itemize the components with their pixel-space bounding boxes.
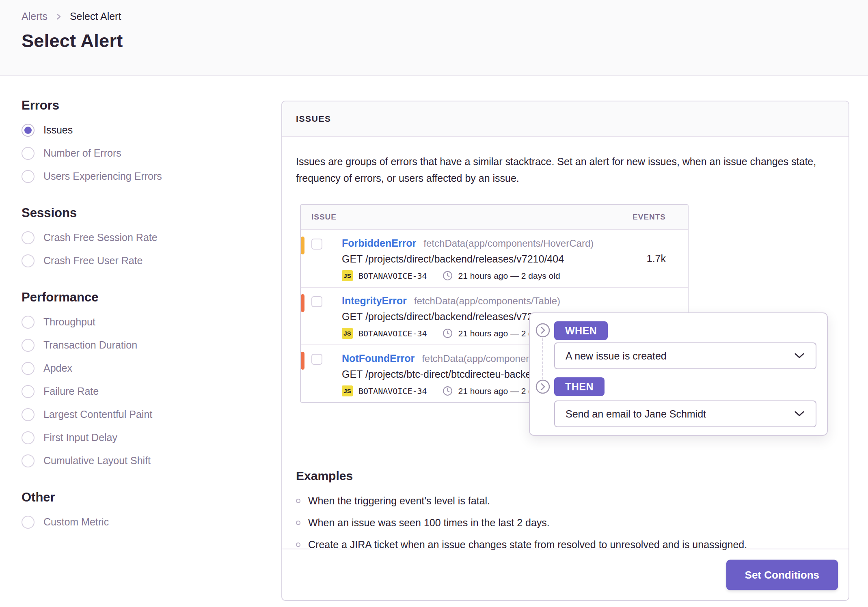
clock-icon: [443, 271, 453, 281]
option-label: Failure Rate: [43, 385, 99, 397]
radio-icon[interactable]: [22, 516, 35, 529]
then-action-select[interactable]: Send an email to Jane Schmidt: [554, 400, 816, 427]
breadcrumb-current: Select Alert: [70, 11, 121, 22]
issue-level-indicator: [301, 352, 304, 370]
group-title-errors: Errors: [22, 98, 265, 113]
page-title: Select Alert: [22, 30, 868, 52]
page-header: Alerts Select Alert Select Alert: [0, 0, 868, 76]
sidebar-item-failure-rate[interactable]: Failure Rate: [22, 380, 265, 403]
option-label: Cumulative Layout Shift: [43, 455, 151, 467]
nav-group-sessions: Sessions Crash Free Session Rate Crash F…: [22, 206, 265, 272]
option-label: Number of Errors: [43, 147, 121, 159]
panel-description: Issues are groups of errors that have a …: [296, 153, 835, 186]
sidebar-item-number-of-errors[interactable]: Number of Errors: [22, 142, 265, 165]
alert-type-sidebar: Errors Issues Number of Errors Users Exp…: [22, 98, 265, 551]
when-badge: WHEN: [554, 321, 608, 340]
panel-header: ISSUES: [282, 101, 849, 137]
radio-icon[interactable]: [22, 362, 35, 375]
issue-checkbox[interactable]: [311, 354, 322, 365]
sidebar-item-crash-free-session-rate[interactable]: Crash Free Session Rate: [22, 226, 265, 249]
when-condition-value: A new issue is created: [566, 350, 667, 362]
sidebar-item-crash-free-user-rate[interactable]: Crash Free User Rate: [22, 249, 265, 272]
option-label: Throughput: [43, 316, 95, 328]
project-slug: BOTANAVOICE-34: [358, 386, 427, 396]
then-action-value: Send an email to Jane Schmidt: [566, 408, 706, 420]
dashed-connector-line: [542, 338, 543, 379]
sidebar-item-cumulative-layout-shift[interactable]: Cumulative Layout Shift: [22, 449, 265, 472]
column-header-issue: ISSUE: [311, 213, 337, 222]
panel-footer: Set Conditions: [282, 549, 849, 600]
issue-level-indicator: [301, 294, 304, 312]
radio-icon[interactable]: [22, 316, 35, 329]
when-condition-select[interactable]: A new issue is created: [554, 342, 816, 369]
option-label: Crash Free Session Rate: [43, 232, 158, 243]
option-label: Issues: [43, 124, 73, 136]
radio-icon[interactable]: [22, 147, 35, 160]
example-text: When the triggering event's level is fat…: [308, 495, 490, 507]
project-slug: BOTANAVOICE-34: [358, 271, 427, 281]
option-label: First Input Delay: [43, 432, 117, 443]
chevron-down-icon: [794, 408, 805, 420]
chevron-right-icon: [56, 12, 62, 22]
sidebar-item-throughput[interactable]: Throughput: [22, 310, 265, 334]
alert-rule-overlay: WHEN A new issue is created THEN Send an…: [529, 312, 828, 436]
sidebar-item-issues[interactable]: Issues: [22, 118, 265, 142]
sidebar-item-first-input-delay[interactable]: First Input Delay: [22, 426, 265, 449]
set-conditions-button[interactable]: Set Conditions: [726, 560, 838, 590]
issue-title-link[interactable]: IntegrityError: [342, 295, 407, 307]
option-label: Apdex: [43, 362, 72, 374]
option-label: Custom Metric: [43, 516, 109, 528]
javascript-platform-icon: JS: [342, 385, 353, 396]
then-badge: THEN: [554, 377, 605, 396]
radio-icon[interactable]: [22, 431, 35, 444]
chevron-down-icon: [794, 350, 805, 362]
nav-group-other: Other Custom Metric: [22, 490, 265, 534]
issue-checkbox[interactable]: [311, 239, 322, 250]
issue-level-indicator: [301, 237, 304, 254]
issue-culprit: fetchData(app/component: [422, 353, 534, 364]
events-count: 1.7k: [647, 253, 666, 265]
radio-icon[interactable]: [22, 339, 35, 352]
table-row: ForbiddenError fetchData(app/components/…: [301, 230, 688, 287]
issue-title-link[interactable]: ForbiddenError: [342, 237, 416, 249]
clock-icon: [443, 386, 453, 396]
javascript-platform-icon: JS: [342, 270, 353, 281]
list-item: When an issue was seen 100 times in the …: [296, 517, 835, 529]
chevron-circle-icon: [535, 379, 550, 394]
issue-culprit: fetchData(app/components/Table): [414, 295, 560, 307]
bullet-icon: [296, 521, 300, 525]
option-label: Crash Free User Rate: [43, 255, 143, 267]
sidebar-item-transaction-duration[interactable]: Transaction Duration: [22, 334, 265, 357]
column-header-events: EVENTS: [633, 213, 666, 222]
option-label: Largest Contentful Paint: [43, 409, 152, 420]
issue-checkbox[interactable]: [311, 296, 322, 307]
radio-icon[interactable]: [22, 254, 35, 267]
radio-icon[interactable]: [22, 231, 35, 244]
examples-list: When the triggering event's level is fat…: [296, 495, 835, 551]
group-title-other: Other: [22, 490, 265, 505]
option-label: Transaction Duration: [43, 339, 137, 351]
issue-age: 21 hours ago — 2 days old: [458, 271, 560, 281]
sidebar-item-custom-metric[interactable]: Custom Metric: [22, 510, 265, 534]
sidebar-item-largest-contentful-paint[interactable]: Largest Contentful Paint: [22, 403, 265, 426]
radio-icon[interactable]: [22, 454, 35, 467]
radio-icon[interactable]: [22, 385, 35, 398]
examples-title: Examples: [296, 469, 835, 483]
group-title-performance: Performance: [22, 290, 265, 305]
nav-group-performance: Performance Throughput Transaction Durat…: [22, 290, 265, 472]
radio-icon[interactable]: [22, 170, 35, 183]
breadcrumb-alerts-link[interactable]: Alerts: [22, 11, 48, 22]
project-slug: BOTANAVOICE-34: [358, 329, 427, 338]
sidebar-item-apdex[interactable]: Apdex: [22, 357, 265, 380]
example-text: When an issue was seen 100 times in the …: [308, 517, 550, 529]
sidebar-item-users-experiencing-errors[interactable]: Users Experiencing Errors: [22, 165, 265, 188]
radio-icon[interactable]: [22, 408, 35, 421]
radio-icon[interactable]: [22, 124, 35, 137]
bullet-icon: [296, 499, 300, 503]
clock-icon: [443, 328, 453, 338]
nav-group-errors: Errors Issues Number of Errors Users Exp…: [22, 98, 265, 188]
issue-title-link[interactable]: NotFoundError: [342, 353, 415, 364]
table-header-row: ISSUE EVENTS: [301, 205, 688, 230]
chevron-circle-icon: [535, 323, 550, 338]
issue-culprit: fetchData(app/components/HoverCard): [423, 238, 594, 249]
